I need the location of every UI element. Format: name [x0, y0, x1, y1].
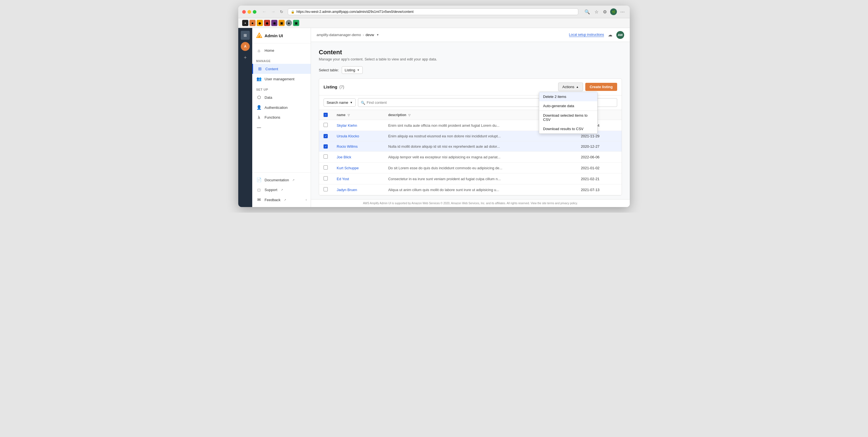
authentication-icon: 👤	[256, 105, 262, 110]
documentation-label: Documentation	[265, 178, 289, 182]
footer-text: AWS Amplify Admin UI is supported by Ama…	[363, 202, 578, 205]
row-checkbox[interactable]: ✓	[323, 134, 328, 138]
breadcrumb-dropdown-icon[interactable]: ▼	[376, 33, 379, 36]
download-results-option[interactable]: Download results to CSV	[539, 124, 597, 134]
toolbar-icon-2: ●	[249, 20, 256, 26]
zoom-button[interactable]: 🔍	[583, 8, 591, 15]
minimize-button[interactable]	[247, 10, 251, 14]
feedback-ext-icon: ↗	[284, 198, 286, 201]
sidebar-item-support[interactable]: □ Support ↗	[252, 185, 311, 195]
download-selected-option[interactable]: Download selected items to CSV	[539, 111, 597, 124]
toolbar-icon-6: ▣	[279, 20, 285, 26]
sidebar-item-content[interactable]: ⊞ Content	[252, 64, 311, 74]
functions-label: Functions	[265, 115, 280, 119]
row-name[interactable]: Ursula Klocko	[332, 131, 384, 141]
topbar: amplify-datamanager-demo › devw ▼ Local …	[311, 28, 630, 42]
url-bar[interactable]: 🔒 https://eu-west-2.admin.amplifyapp.com…	[288, 8, 578, 15]
more-button[interactable]: ⋯	[619, 8, 626, 15]
auto-generate-option[interactable]: Auto-generate data	[539, 101, 597, 111]
sidebar-item-home[interactable]: ⌂ Home	[252, 46, 311, 55]
close-button[interactable]	[242, 10, 246, 14]
sidebar: Admin UI ⌂ Home Manage ⊞ Content 👥 User …	[252, 28, 311, 207]
table-row: Joe BlickAliquip tempor velit ea excepte…	[319, 152, 622, 163]
row-checkbox[interactable]: ✓	[323, 144, 328, 149]
row-name[interactable]: Skylar Kiehn	[332, 120, 384, 131]
breadcrumb-separator: ›	[363, 33, 364, 37]
listing-count: (7)	[339, 85, 344, 89]
functions-icon: λ	[256, 115, 262, 120]
sidebar-item-data[interactable]: ⬡ Data	[252, 92, 311, 103]
user-avatar[interactable]: AW	[616, 31, 624, 39]
rail-add-icon[interactable]: +	[241, 53, 250, 62]
documentation-icon: 📄	[256, 177, 262, 182]
search-name-button[interactable]: Search name ▼	[323, 98, 356, 107]
table-select-arrow-icon: ▼	[357, 68, 360, 71]
reload-button[interactable]: ↻	[278, 9, 285, 15]
row-name[interactable]: Rocio Willms	[332, 141, 384, 152]
row-checkbox[interactable]	[323, 154, 328, 158]
row-checkbox[interactable]	[323, 123, 328, 127]
manage-section-label: Manage	[252, 55, 311, 64]
cloud-upload-icon[interactable]: ☁	[608, 32, 612, 37]
row-checkbox[interactable]	[323, 176, 328, 180]
table-row: Jadyn BruenAliqua ut anim cillum quis mo…	[319, 184, 622, 195]
actions-button[interactable]: Actions ▲	[558, 83, 583, 91]
row-checkbox-cell	[319, 120, 332, 131]
table-select-button[interactable]: Listing ▼	[342, 66, 363, 74]
bookmark-button[interactable]: ☆	[593, 8, 599, 15]
row-checkbox-cell	[319, 152, 332, 163]
user-management-icon: 👥	[256, 77, 262, 81]
browser-profile-avatar[interactable]: 🌿	[610, 8, 617, 15]
toolbar-icon-1: ▪	[242, 20, 248, 26]
settings-button[interactable]: ⚙	[602, 8, 608, 15]
select-all-checkbox[interactable]: –	[323, 113, 328, 117]
brand-name-text: Admin UI	[265, 33, 283, 38]
toolbar-icon-3: ◆	[257, 20, 263, 26]
row-description: Do sit Lorem esse do quis duis incididun…	[384, 163, 576, 173]
desc-sort-icon[interactable]: ▽	[408, 114, 410, 117]
row-description: Aliqua ut anim cillum quis mollit do lab…	[384, 184, 576, 195]
name-sort-icon[interactable]: ▽	[348, 114, 350, 117]
rail-pages-icon[interactable]: ⊞	[241, 31, 250, 40]
back-button[interactable]: ←	[260, 9, 268, 15]
delete-items-option[interactable]: Delete 2 items	[539, 92, 597, 101]
row-name[interactable]: Kurt Schuppe	[332, 163, 384, 173]
rail-profile-icon[interactable]: A	[241, 42, 250, 51]
listing-title-area: Listing (7)	[323, 85, 344, 89]
select-table-label: Select table:	[319, 68, 339, 72]
selected-table-text: Listing	[345, 68, 355, 72]
home-icon: ⌂	[256, 48, 262, 53]
external-link-icon: ↗	[292, 178, 294, 181]
sidebar-item-more[interactable]: —	[252, 122, 311, 132]
listing-panel: Listing (7) Actions ▲ Create listing	[319, 78, 622, 196]
sidebar-item-documentation[interactable]: 📄 Documentation ↗	[252, 175, 311, 185]
breadcrumb: amplify-datamanager-demo › devw ▼	[316, 33, 379, 37]
sidebar-collapse-button[interactable]: ‹	[306, 198, 307, 202]
row-checkbox[interactable]	[323, 165, 328, 170]
app-footer: AWS Amplify Admin UI is supported by Ama…	[311, 199, 630, 207]
row-name[interactable]: Joe Blick	[332, 152, 384, 163]
actions-dropdown: Delete 2 items Auto-generate data Downlo…	[539, 92, 597, 134]
forward-button[interactable]: →	[269, 9, 277, 15]
content-area: Content Manage your app's content. Selec…	[311, 42, 630, 199]
user-management-label: User management	[265, 77, 294, 81]
sidebar-item-authentication[interactable]: 👤 Authentication	[252, 103, 311, 113]
row-date: 2021-07-13	[576, 184, 622, 195]
row-description: Consectetur in ea irure sunt veniam proi…	[384, 173, 576, 184]
sidebar-bottom: 📄 Documentation ↗ □ Support ↗ ✉ Feedback…	[252, 172, 311, 207]
maximize-button[interactable]	[253, 10, 256, 14]
row-date: 2021-02-21	[576, 173, 622, 184]
create-listing-button[interactable]: Create listing	[585, 83, 617, 91]
row-name[interactable]: Jadyn Bruen	[332, 184, 384, 195]
search-name-label: Search name	[327, 100, 348, 105]
table-row: Kurt SchuppeDo sit Lorem esse do quis du…	[319, 163, 622, 173]
sidebar-item-feedback[interactable]: ✉ Feedback ↗ ‹	[252, 195, 311, 205]
row-checkbox[interactable]	[323, 187, 328, 192]
data-label: Data	[265, 95, 272, 99]
sidebar-item-functions[interactable]: λ Functions	[252, 113, 311, 122]
row-name[interactable]: Ed Yost	[332, 173, 384, 184]
sidebar-item-user-management[interactable]: 👥 User management	[252, 74, 311, 84]
toolbar-icon-7: ●	[286, 20, 292, 26]
row-description: Nulla id mollit dolore aliquip id sit ni…	[384, 141, 576, 152]
local-setup-link[interactable]: Local setup instructions	[569, 33, 604, 37]
